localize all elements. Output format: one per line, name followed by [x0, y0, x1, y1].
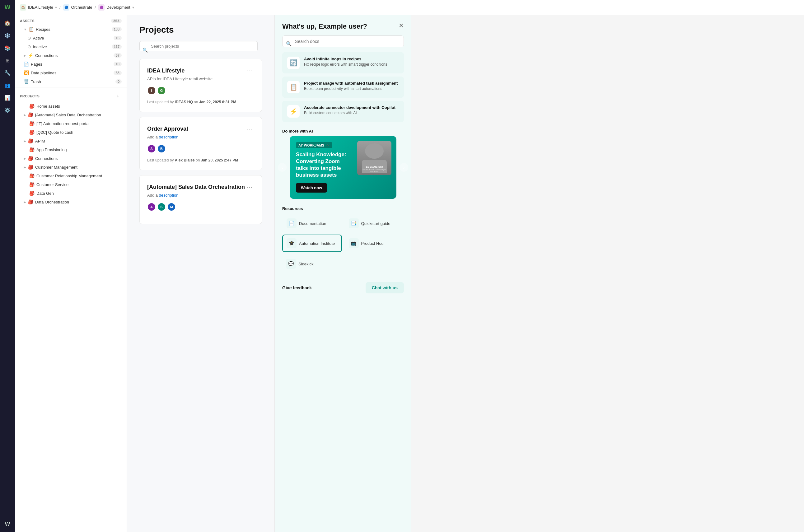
project-more-button[interactable]: ⋯ — [245, 66, 254, 75]
sidebar-item-active[interactable]: ⊙ Active 16 — [15, 34, 127, 42]
nav-users[interactable]: 👥 — [2, 80, 13, 91]
sidebar-item-project[interactable]: 🎒 Customer Relationship Management — [15, 171, 127, 180]
avatar: I — [147, 86, 156, 95]
avatar: S — [157, 203, 166, 211]
project-chevron: ▶ — [24, 166, 26, 169]
sidebar-item-project[interactable]: 🎒 App Provisioning — [15, 145, 127, 154]
sidebar-item-trash[interactable]: 🗑️ Trash 0 — [15, 77, 127, 86]
banner-badge: AI² WORKJAMS 〰️ — [296, 142, 332, 148]
resource-item[interactable]: 📺 Product Hour — [344, 234, 404, 252]
connections-label: Connections — [35, 53, 112, 58]
search-projects-input[interactable] — [139, 41, 257, 51]
project-item-label: Customer Relationship Management — [36, 174, 122, 178]
inactive-count: 117 — [112, 44, 122, 49]
project-item-label: APIM — [35, 139, 122, 144]
project-chevron: ▶ — [24, 113, 26, 117]
ai-banner-wrapper: ‹ AI² WORKJAMS 〰️ Scaling Knowledge: Con… — [282, 136, 404, 199]
breadcrumb-development[interactable]: 🟣 Development ▾ — [98, 4, 134, 11]
project-folder-icon: 🎒 — [29, 121, 35, 126]
add-description-link[interactable]: description — [159, 135, 178, 139]
sidebar-item-project[interactable]: 🎒 Customer Service — [15, 180, 127, 189]
sidebar-item-pages[interactable]: 📄 Pages 10 — [15, 60, 127, 69]
sidebar-item-project[interactable]: 🎒 Data Gen — [15, 189, 127, 197]
resource-item[interactable]: 📑 Quickstart guide — [344, 215, 404, 232]
sidebar-item-project[interactable]: ▶ 🎒 Data Orchestration — [15, 197, 127, 206]
breadcrumb-idea-lifestyle[interactable]: 🏠 IDEA Lifestyle ▾ — [20, 4, 57, 11]
projects-add-button[interactable]: + — [114, 92, 122, 100]
search-projects-wrap: 🔍 — [139, 41, 257, 59]
assets-count: 253 — [111, 19, 122, 23]
resource-label: Automation Institute — [299, 241, 335, 246]
nav-chart[interactable]: 📊 — [2, 92, 13, 103]
banner-prev-button[interactable]: ‹ — [278, 163, 287, 172]
breadcrumb-label-dev: Development — [107, 5, 130, 10]
doc-card-icon: 🔄 — [287, 57, 300, 69]
connections-chevron: ▶ — [24, 54, 26, 57]
nav-home[interactable]: 🏠 — [2, 17, 13, 28]
sidebar-item-connections[interactable]: ▶ ⚡ Connections 57 — [15, 51, 127, 60]
doc-card[interactable]: ⚡ Accelerate connector development with … — [282, 101, 404, 122]
project-name: [Automate] Sales Data Orchestration — [147, 184, 245, 190]
sidebar-item-project[interactable]: ▶ 🎒 [Automate] Sales Data Orchestration — [15, 111, 127, 119]
project-card-header: IDEA Lifestyle ⋯ — [147, 66, 254, 75]
project-name: Order Approval — [147, 126, 188, 132]
doc-card-icon: ⚡ — [287, 105, 300, 118]
resource-item[interactable]: 📄 Documentation — [282, 215, 342, 232]
project-folder-icon: 🎒 — [29, 191, 35, 196]
icon-bar: 🏠 ❄️ 📚 ⊞ 🔧 👥 📊 ⚙️ W — [0, 15, 15, 532]
sidebar-item-data-pipelines[interactable]: 🔀 Data pipelines 53 — [15, 69, 127, 77]
avatar: A — [147, 203, 156, 211]
sidebar-item-recipes[interactable]: ▼ 📋 Recipes 133 — [15, 25, 127, 34]
person-name: EE LIANG SIM — [359, 166, 390, 168]
breadcrumb-orchestrate[interactable]: 🔵 Orchestrate — [63, 4, 92, 11]
add-description-link[interactable]: description — [159, 193, 178, 197]
watch-now-button[interactable]: Watch now — [296, 183, 327, 193]
search-docs-icon: 🔍 — [286, 41, 292, 47]
banner-next-button[interactable]: › — [400, 163, 408, 172]
project-desc: Add a description — [147, 135, 254, 139]
sidebar-item-project[interactable]: ▶ 🎒 APIM — [15, 137, 127, 145]
doc-card-title: Project manage with automated task assig… — [304, 81, 398, 86]
sidebar-item-project[interactable]: ▶ 🎒 Customer Management — [15, 163, 127, 171]
sidekick-icon: 💬 — [286, 259, 296, 269]
sidekick-item[interactable]: 💬 Sidekick — [282, 256, 404, 272]
doc-card[interactable]: 🔄 Avoid infinite loops in recipes Fix re… — [282, 52, 404, 73]
trash-icon: 🗑️ — [24, 79, 29, 84]
chat-with-us-button[interactable]: Chat with us — [366, 282, 404, 293]
sidebar-divider — [15, 87, 127, 88]
pages-count: 10 — [114, 62, 122, 66]
sidebar-item-project[interactable]: 🎒 [IT] Automation request portal — [15, 119, 127, 128]
sidebar-item-inactive[interactable]: ⊙ Inactive 117 — [15, 42, 127, 51]
nav-recipes[interactable]: ❄️ — [2, 30, 13, 41]
projects-panel: Projects 🔍 IDEA Lifestyle ⋯ APIs for IDE… — [127, 15, 274, 532]
resource-item[interactable]: 🎓 Automation Institute — [282, 234, 342, 252]
project-item-label: Home assets — [36, 104, 122, 109]
person-title: Senior Product Manager, Workato — [359, 168, 390, 173]
resources-grid: 📄 Documentation 📑 Quickstart guide 🎓 Aut… — [282, 215, 404, 272]
breadcrumb-label-orchestrate: Orchestrate — [71, 5, 92, 10]
sidebar-item-project[interactable]: 🎒 Home assets — [15, 102, 127, 111]
project-avatars: AB — [147, 144, 254, 153]
project-desc: Add a description — [147, 193, 254, 197]
project-card: [Automate] Sales Data Orchestration ⋯ Ad… — [139, 175, 262, 224]
doc-card[interactable]: 📋 Project manage with automated task ass… — [282, 77, 404, 98]
nav-settings[interactable]: ⚙️ — [2, 104, 13, 116]
nav-tools[interactable]: 🔧 — [2, 67, 13, 78]
nav-book[interactable]: 📚 — [2, 42, 13, 54]
close-panel-button[interactable]: ✕ — [399, 22, 404, 28]
project-more-button[interactable]: ⋯ — [245, 125, 254, 133]
active-icon: ⊙ — [27, 36, 31, 40]
doc-card-icon: 📋 — [287, 81, 300, 93]
project-name: IDEA Lifestyle — [147, 68, 185, 74]
project-folder-icon: 🎒 — [29, 103, 35, 109]
project-folder-icon: 🎒 — [29, 173, 35, 178]
project-more-button[interactable]: ⋯ — [245, 183, 254, 191]
search-docs-input[interactable] — [282, 36, 404, 47]
sidebar-item-project[interactable]: ▶ 🎒 Connections — [15, 154, 127, 163]
sidebar-item-project[interactable]: 🎒 [Q2C] Quote to cash — [15, 128, 127, 137]
avatar: A — [147, 144, 156, 153]
nav-grid[interactable]: ⊞ — [2, 55, 13, 66]
project-footer: Last updated by IDEAS HQ on Jan 22, 2025… — [147, 100, 254, 104]
resources-label: Resources — [282, 206, 404, 211]
doc-card-title: Accelerate connector development with Co… — [304, 105, 396, 110]
